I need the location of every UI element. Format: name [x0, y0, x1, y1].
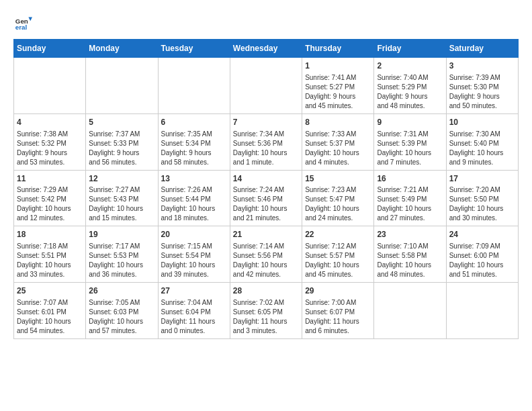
day-number: 15: [305, 173, 371, 185]
day-number: 26: [89, 285, 154, 297]
day-number: 10: [449, 117, 515, 128]
calendar-cell: [446, 283, 518, 339]
calendar-cell: 2Sunrise: 7:40 AM Sunset: 5:29 PM Daylig…: [374, 58, 446, 114]
calendar-cell: 7Sunrise: 7:34 AM Sunset: 5:36 PM Daylig…: [230, 113, 302, 170]
calendar-cell: 21Sunrise: 7:14 AM Sunset: 5:56 PM Dayli…: [230, 226, 302, 283]
calendar-cell: 26Sunrise: 7:05 AM Sunset: 6:03 PM Dayli…: [86, 283, 158, 339]
weekday-header-sunday: Sunday: [14, 40, 86, 58]
cell-info: Sunrise: 7:35 AM Sunset: 5:34 PM Dayligh…: [161, 130, 227, 167]
day-number: 12: [89, 173, 154, 185]
cell-info: Sunrise: 7:12 AM Sunset: 5:57 PM Dayligh…: [305, 242, 371, 279]
weekday-header-saturday: Saturday: [446, 40, 518, 58]
cell-info: Sunrise: 7:20 AM Sunset: 5:50 PM Dayligh…: [449, 185, 515, 223]
day-number: 14: [233, 173, 299, 185]
cell-info: Sunrise: 7:30 AM Sunset: 5:40 PM Dayligh…: [449, 130, 515, 167]
calendar-cell: 13Sunrise: 7:26 AM Sunset: 5:44 PM Dayli…: [158, 170, 230, 226]
calendar-week-row: 1Sunrise: 7:41 AM Sunset: 5:27 PM Daylig…: [14, 58, 519, 114]
calendar-cell: 20Sunrise: 7:15 AM Sunset: 5:54 PM Dayli…: [158, 226, 230, 283]
calendar-cell: 19Sunrise: 7:17 AM Sunset: 5:53 PM Dayli…: [86, 226, 158, 283]
calendar-cell: 9Sunrise: 7:31 AM Sunset: 5:39 PM Daylig…: [374, 113, 446, 170]
day-number: 3: [449, 60, 515, 72]
day-number: 8: [305, 117, 371, 128]
day-number: 19: [89, 229, 154, 240]
day-number: 9: [377, 117, 443, 128]
day-number: 25: [17, 285, 83, 297]
weekday-header-friday: Friday: [374, 40, 446, 58]
calendar-cell: 22Sunrise: 7:12 AM Sunset: 5:57 PM Dayli…: [302, 226, 374, 283]
calendar-week-row: 18Sunrise: 7:18 AM Sunset: 5:51 PM Dayli…: [14, 226, 519, 283]
calendar-cell: 25Sunrise: 7:07 AM Sunset: 6:01 PM Dayli…: [14, 283, 86, 339]
calendar-cell: 14Sunrise: 7:24 AM Sunset: 5:46 PM Dayli…: [230, 170, 302, 226]
cell-info: Sunrise: 7:37 AM Sunset: 5:33 PM Dayligh…: [89, 130, 154, 167]
day-number: 16: [377, 173, 443, 185]
day-number: 22: [305, 229, 371, 240]
day-number: 20: [161, 229, 227, 240]
cell-info: Sunrise: 7:14 AM Sunset: 5:56 PM Dayligh…: [233, 242, 299, 279]
calendar-cell: 27Sunrise: 7:04 AM Sunset: 6:04 PM Dayli…: [158, 283, 230, 339]
cell-info: Sunrise: 7:38 AM Sunset: 5:32 PM Dayligh…: [17, 130, 83, 167]
calendar-cell: 23Sunrise: 7:10 AM Sunset: 5:58 PM Dayli…: [374, 226, 446, 283]
calendar-cell: 11Sunrise: 7:29 AM Sunset: 5:42 PM Dayli…: [14, 170, 86, 226]
cell-info: Sunrise: 7:34 AM Sunset: 5:36 PM Dayligh…: [233, 130, 299, 167]
cell-info: Sunrise: 7:18 AM Sunset: 5:51 PM Dayligh…: [17, 242, 83, 279]
calendar-cell: 10Sunrise: 7:30 AM Sunset: 5:40 PM Dayli…: [446, 113, 518, 170]
weekday-header-row: SundayMondayTuesdayWednesdayThursdayFrid…: [14, 40, 519, 58]
cell-info: Sunrise: 7:31 AM Sunset: 5:39 PM Dayligh…: [377, 130, 443, 167]
calendar-week-row: 25Sunrise: 7:07 AM Sunset: 6:01 PM Dayli…: [14, 283, 519, 339]
weekday-header-monday: Monday: [86, 40, 158, 58]
cell-info: Sunrise: 7:17 AM Sunset: 5:53 PM Dayligh…: [89, 242, 154, 279]
day-number: 13: [161, 173, 227, 185]
cell-info: Sunrise: 7:07 AM Sunset: 6:01 PM Dayligh…: [17, 298, 83, 336]
day-number: 2: [377, 60, 443, 72]
cell-info: Sunrise: 7:00 AM Sunset: 6:07 PM Dayligh…: [305, 298, 371, 336]
day-number: 1: [305, 60, 371, 72]
day-number: 17: [449, 173, 515, 185]
calendar-cell: 15Sunrise: 7:23 AM Sunset: 5:47 PM Dayli…: [302, 170, 374, 226]
cell-info: Sunrise: 7:10 AM Sunset: 5:58 PM Dayligh…: [377, 242, 443, 279]
day-number: 21: [233, 229, 299, 240]
day-number: 6: [161, 117, 227, 128]
calendar-week-row: 4Sunrise: 7:38 AM Sunset: 5:32 PM Daylig…: [14, 113, 519, 170]
weekday-header-thursday: Thursday: [302, 40, 374, 58]
calendar-cell: [158, 58, 230, 114]
day-number: 11: [17, 173, 83, 185]
day-number: 7: [233, 117, 299, 128]
cell-info: Sunrise: 7:26 AM Sunset: 5:44 PM Dayligh…: [161, 185, 227, 223]
calendar-cell: 24Sunrise: 7:09 AM Sunset: 6:00 PM Dayli…: [446, 226, 518, 283]
cell-info: Sunrise: 7:15 AM Sunset: 5:54 PM Dayligh…: [161, 242, 227, 279]
weekday-header-wednesday: Wednesday: [230, 40, 302, 58]
calendar: SundayMondayTuesdayWednesdayThursdayFrid…: [13, 39, 519, 339]
calendar-cell: 8Sunrise: 7:33 AM Sunset: 5:37 PM Daylig…: [302, 113, 374, 170]
cell-info: Sunrise: 7:40 AM Sunset: 5:29 PM Dayligh…: [377, 73, 443, 111]
calendar-cell: 3Sunrise: 7:39 AM Sunset: 5:30 PM Daylig…: [446, 58, 518, 114]
day-number: 4: [17, 117, 83, 128]
calendar-cell: 28Sunrise: 7:02 AM Sunset: 6:05 PM Dayli…: [230, 283, 302, 339]
day-number: 27: [161, 285, 227, 297]
cell-info: Sunrise: 7:24 AM Sunset: 5:46 PM Dayligh…: [233, 185, 299, 223]
day-number: 18: [17, 229, 83, 240]
day-number: 29: [305, 285, 371, 297]
calendar-cell: 17Sunrise: 7:20 AM Sunset: 5:50 PM Dayli…: [446, 170, 518, 226]
calendar-cell: [86, 58, 158, 114]
calendar-cell: 29Sunrise: 7:00 AM Sunset: 6:07 PM Dayli…: [302, 283, 374, 339]
day-number: 5: [89, 117, 154, 128]
calendar-cell: [14, 58, 86, 114]
calendar-cell: 1Sunrise: 7:41 AM Sunset: 5:27 PM Daylig…: [302, 58, 374, 114]
cell-info: Sunrise: 7:09 AM Sunset: 6:00 PM Dayligh…: [449, 242, 515, 279]
cell-info: Sunrise: 7:02 AM Sunset: 6:05 PM Dayligh…: [233, 298, 299, 336]
calendar-cell: 18Sunrise: 7:18 AM Sunset: 5:51 PM Dayli…: [14, 226, 86, 283]
calendar-cell: 5Sunrise: 7:37 AM Sunset: 5:33 PM Daylig…: [86, 113, 158, 170]
svg-text:eral: eral: [15, 24, 28, 31]
calendar-cell: 4Sunrise: 7:38 AM Sunset: 5:32 PM Daylig…: [14, 113, 86, 170]
cell-info: Sunrise: 7:33 AM Sunset: 5:37 PM Dayligh…: [305, 130, 371, 167]
calendar-cell: [230, 58, 302, 114]
cell-info: Sunrise: 7:05 AM Sunset: 6:03 PM Dayligh…: [89, 298, 154, 336]
cell-info: Sunrise: 7:39 AM Sunset: 5:30 PM Dayligh…: [449, 73, 515, 111]
cell-info: Sunrise: 7:27 AM Sunset: 5:43 PM Dayligh…: [89, 185, 154, 223]
calendar-week-row: 11Sunrise: 7:29 AM Sunset: 5:42 PM Dayli…: [14, 170, 519, 226]
cell-info: Sunrise: 7:29 AM Sunset: 5:42 PM Dayligh…: [17, 185, 83, 223]
cell-info: Sunrise: 7:04 AM Sunset: 6:04 PM Dayligh…: [161, 298, 227, 336]
cell-info: Sunrise: 7:41 AM Sunset: 5:27 PM Dayligh…: [305, 73, 371, 111]
header: Gen eral: [13, 13, 519, 32]
weekday-header-tuesday: Tuesday: [158, 40, 230, 58]
